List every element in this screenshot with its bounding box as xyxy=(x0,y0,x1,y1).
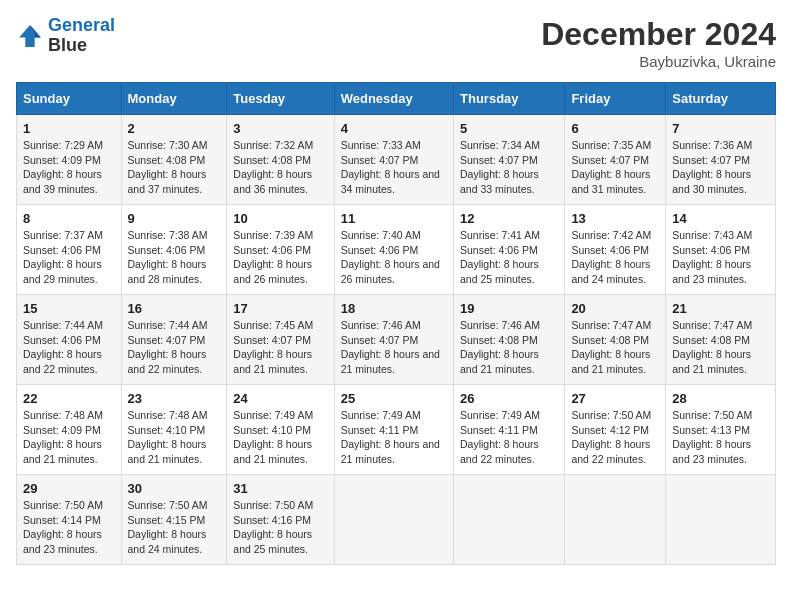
sunrise-label: Sunrise: xyxy=(233,139,272,151)
page-header: General Blue December 2024 Baybuzivka, U… xyxy=(16,16,776,70)
sunset-time: 4:15 PM xyxy=(166,514,205,526)
cell-w4-d5: 26 Sunrise: 7:49 AM Sunset: 4:11 PM Dayl… xyxy=(454,385,565,475)
sunrise-time: 7:49 AM xyxy=(275,409,314,421)
sunset-label: Sunset: xyxy=(571,154,607,166)
daylight-label: Daylight: xyxy=(128,348,169,360)
day-number: 29 xyxy=(23,481,115,496)
day-info: Sunrise: 7:47 AM Sunset: 4:08 PM Dayligh… xyxy=(571,318,659,377)
sunrise-time: 7:47 AM xyxy=(714,319,753,331)
day-number: 4 xyxy=(341,121,447,136)
sunrise-label: Sunrise: xyxy=(571,139,610,151)
sunrise-time: 7:48 AM xyxy=(64,409,103,421)
daylight-label: Daylight: xyxy=(233,348,274,360)
cell-w4-d3: 24 Sunrise: 7:49 AM Sunset: 4:10 PM Dayl… xyxy=(227,385,334,475)
sunset-label: Sunset: xyxy=(341,424,377,436)
daylight-label: Daylight: xyxy=(571,348,612,360)
sunset-label: Sunset: xyxy=(128,424,164,436)
sunrise-time: 7:43 AM xyxy=(714,229,753,241)
cell-w3-d3: 17 Sunrise: 7:45 AM Sunset: 4:07 PM Dayl… xyxy=(227,295,334,385)
daylight-label: Daylight: xyxy=(233,438,274,450)
day-info: Sunrise: 7:43 AM Sunset: 4:06 PM Dayligh… xyxy=(672,228,769,287)
sunrise-label: Sunrise: xyxy=(128,499,167,511)
day-number: 7 xyxy=(672,121,769,136)
sunset-label: Sunset: xyxy=(23,334,59,346)
day-info: Sunrise: 7:49 AM Sunset: 4:10 PM Dayligh… xyxy=(233,408,327,467)
sunset-label: Sunset: xyxy=(23,424,59,436)
sunset-time: 4:14 PM xyxy=(62,514,101,526)
day-info: Sunrise: 7:29 AM Sunset: 4:09 PM Dayligh… xyxy=(23,138,115,197)
sunrise-time: 7:32 AM xyxy=(275,139,314,151)
sunrise-label: Sunrise: xyxy=(233,319,272,331)
sunset-time: 4:08 PM xyxy=(499,334,538,346)
sunset-label: Sunset: xyxy=(233,334,269,346)
sunrise-time: 7:45 AM xyxy=(275,319,314,331)
cell-w1-d3: 3 Sunrise: 7:32 AM Sunset: 4:08 PM Dayli… xyxy=(227,115,334,205)
sunset-time: 4:06 PM xyxy=(62,244,101,256)
sunset-label: Sunset: xyxy=(571,334,607,346)
month-title: December 2024 xyxy=(541,16,776,53)
sunset-time: 4:13 PM xyxy=(711,424,750,436)
sunrise-time: 7:50 AM xyxy=(169,499,208,511)
day-info: Sunrise: 7:48 AM Sunset: 4:10 PM Dayligh… xyxy=(128,408,221,467)
cell-w3-d7: 21 Sunrise: 7:47 AM Sunset: 4:08 PM Dayl… xyxy=(666,295,776,385)
cell-w2-d4: 11 Sunrise: 7:40 AM Sunset: 4:06 PM Dayl… xyxy=(334,205,453,295)
sunset-time: 4:09 PM xyxy=(62,424,101,436)
week-row-1: 1 Sunrise: 7:29 AM Sunset: 4:09 PM Dayli… xyxy=(17,115,776,205)
day-info: Sunrise: 7:50 AM Sunset: 4:16 PM Dayligh… xyxy=(233,498,327,557)
sunset-time: 4:06 PM xyxy=(711,244,750,256)
day-info: Sunrise: 7:47 AM Sunset: 4:08 PM Dayligh… xyxy=(672,318,769,377)
cell-w5-d7 xyxy=(666,475,776,565)
sunrise-time: 7:36 AM xyxy=(714,139,753,151)
sunrise-label: Sunrise: xyxy=(460,139,499,151)
daylight-label: Daylight: xyxy=(23,528,64,540)
daylight-label: Daylight: xyxy=(672,348,713,360)
cell-w4-d2: 23 Sunrise: 7:48 AM Sunset: 4:10 PM Dayl… xyxy=(121,385,227,475)
sunrise-time: 7:50 AM xyxy=(714,409,753,421)
daylight-label: Daylight: xyxy=(460,168,501,180)
sunrise-label: Sunrise: xyxy=(571,409,610,421)
day-info: Sunrise: 7:50 AM Sunset: 4:14 PM Dayligh… xyxy=(23,498,115,557)
sunrise-label: Sunrise: xyxy=(128,139,167,151)
col-friday: Friday xyxy=(565,83,666,115)
cell-w2-d7: 14 Sunrise: 7:43 AM Sunset: 4:06 PM Dayl… xyxy=(666,205,776,295)
day-number: 5 xyxy=(460,121,558,136)
cell-w3-d2: 16 Sunrise: 7:44 AM Sunset: 4:07 PM Dayl… xyxy=(121,295,227,385)
day-number: 31 xyxy=(233,481,327,496)
sunrise-label: Sunrise: xyxy=(128,319,167,331)
day-number: 11 xyxy=(341,211,447,226)
sunset-time: 4:11 PM xyxy=(379,424,418,436)
day-info: Sunrise: 7:49 AM Sunset: 4:11 PM Dayligh… xyxy=(341,408,447,467)
sunset-label: Sunset: xyxy=(672,154,708,166)
sunset-time: 4:07 PM xyxy=(711,154,750,166)
day-number: 13 xyxy=(571,211,659,226)
logo-icon xyxy=(16,22,44,50)
sunrise-time: 7:48 AM xyxy=(169,409,208,421)
day-number: 27 xyxy=(571,391,659,406)
sunrise-label: Sunrise: xyxy=(672,229,711,241)
sunrise-time: 7:44 AM xyxy=(169,319,208,331)
col-tuesday: Tuesday xyxy=(227,83,334,115)
daylight-label: Daylight: xyxy=(128,258,169,270)
daylight-label: Daylight: xyxy=(233,168,274,180)
daylight-label: Daylight: xyxy=(672,168,713,180)
sunrise-time: 7:50 AM xyxy=(275,499,314,511)
cell-w1-d2: 2 Sunrise: 7:30 AM Sunset: 4:08 PM Dayli… xyxy=(121,115,227,205)
day-number: 2 xyxy=(128,121,221,136)
daylight-label: Daylight: xyxy=(571,438,612,450)
sunset-label: Sunset: xyxy=(571,424,607,436)
daylight-label: Daylight: xyxy=(128,528,169,540)
sunset-label: Sunset: xyxy=(23,154,59,166)
sunrise-time: 7:39 AM xyxy=(275,229,314,241)
sunrise-label: Sunrise: xyxy=(128,229,167,241)
daylight-label: Daylight: xyxy=(128,168,169,180)
sunset-label: Sunset: xyxy=(128,514,164,526)
sunset-label: Sunset: xyxy=(233,154,269,166)
cell-w2-d6: 13 Sunrise: 7:42 AM Sunset: 4:06 PM Dayl… xyxy=(565,205,666,295)
cell-w4-d7: 28 Sunrise: 7:50 AM Sunset: 4:13 PM Dayl… xyxy=(666,385,776,475)
sunset-label: Sunset: xyxy=(128,244,164,256)
cell-w1-d6: 6 Sunrise: 7:35 AM Sunset: 4:07 PM Dayli… xyxy=(565,115,666,205)
sunrise-time: 7:42 AM xyxy=(613,229,652,241)
location: Baybuzivka, Ukraine xyxy=(541,53,776,70)
day-info: Sunrise: 7:44 AM Sunset: 4:07 PM Dayligh… xyxy=(128,318,221,377)
calendar-body: 1 Sunrise: 7:29 AM Sunset: 4:09 PM Dayli… xyxy=(17,115,776,565)
